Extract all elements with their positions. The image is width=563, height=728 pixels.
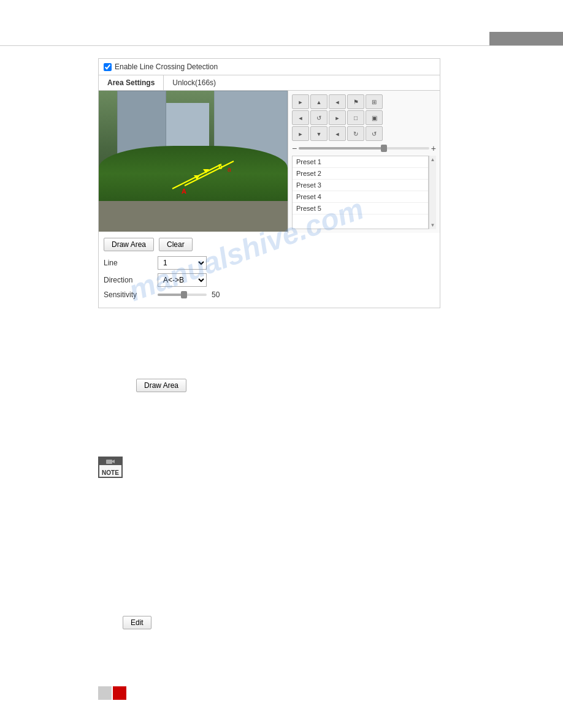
zoom-slider-row: − + (292, 143, 436, 153)
note-icon-top (99, 458, 121, 465)
sensitivity-value: 50 (212, 290, 220, 299)
direction-label: Direction (104, 276, 153, 284)
grid-icon: ⊞ (372, 99, 377, 105)
draw-area-button[interactable]: Draw Area (104, 238, 154, 251)
edit-button[interactable]: Edit (123, 616, 151, 629)
top-rule (0, 45, 563, 46)
preset-item-4[interactable]: Preset 4 (293, 191, 428, 203)
draw-area-standalone-section: Draw Area (136, 379, 186, 392)
svg-text:a: a (228, 166, 231, 173)
line-select[interactable]: 1 2 3 4 (158, 256, 207, 270)
enable-row: Enable Line Crossing Detection (99, 59, 440, 75)
note-section: NOTE (98, 457, 123, 478)
camera-svg-icon (105, 458, 115, 464)
line-label: Line (104, 259, 153, 267)
ptz-person-btn[interactable]: ⚑ (347, 94, 364, 109)
zoom-slider-thumb[interactable] (381, 145, 387, 152)
top-bar (489, 32, 563, 45)
ptz-left2-btn[interactable] (329, 126, 346, 141)
enable-label: Enable Line Crossing Detection (115, 63, 218, 71)
clear-button[interactable]: Clear (159, 238, 193, 251)
preset-item-3[interactable]: Preset 3 (293, 180, 428, 191)
zoom-in-icon: ▣ (372, 115, 377, 121)
arrow-left2-icon (335, 131, 340, 137)
svg-rect-7 (106, 460, 112, 464)
line-row: Line 1 2 3 4 (104, 256, 435, 270)
arrow-up-icon (316, 99, 322, 105)
svg-text:b: b (218, 163, 223, 170)
camera-feed: A b a (99, 91, 288, 232)
arrow-down-icon (316, 131, 322, 137)
detection-lines: A b a (99, 91, 288, 232)
ptz-zoom-in-btn[interactable]: ▣ (366, 110, 383, 125)
arrow-right3-icon (298, 131, 304, 137)
svg-line-1 (185, 161, 234, 186)
ptz-refresh-btn[interactable]: ↺ (310, 110, 327, 125)
color-box-red (113, 686, 126, 700)
color-boxes (98, 686, 126, 700)
preset-row: Preset 1 Preset 2 Preset 3 Preset 4 Pres… (292, 156, 436, 229)
enable-checkbox[interactable] (104, 63, 112, 71)
main-panel: Enable Line Crossing Detection Area Sett… (98, 58, 440, 308)
rotate-ccw-icon: ↺ (372, 131, 377, 137)
camera-background: A b a (99, 91, 288, 232)
ptz-grid-btn[interactable]: ⊞ (366, 94, 383, 109)
zoom-slider[interactable] (299, 147, 429, 150)
ptz-down-btn[interactable] (310, 126, 327, 141)
arrow-left-icon (298, 115, 304, 121)
scroll-down-arrow[interactable]: ▼ (431, 222, 435, 228)
ptz-rotate-ccw-btn[interactable]: ↺ (366, 126, 383, 141)
zoom-plus-icon[interactable]: + (431, 143, 436, 153)
svg-marker-8 (112, 460, 115, 463)
ptz-right3-btn[interactable] (292, 126, 309, 141)
sensitivity-label: Sensitivity (104, 290, 153, 299)
arrow-left-top-icon (335, 99, 340, 105)
person-icon: ⚑ (353, 99, 359, 105)
sensitivity-track (158, 294, 182, 296)
rotate-cw-icon: ↻ (353, 131, 358, 137)
ptz-right-btn[interactable] (292, 94, 309, 109)
action-btn-row: Draw Area Clear (104, 238, 435, 251)
refresh-icon: ↺ (316, 115, 321, 121)
content-area: A b a ⚑ ⊞ ↺ □ ▣ (99, 91, 440, 233)
ptz-zoom-out-btn[interactable]: □ (347, 110, 364, 125)
ptz-left-top-btn[interactable] (329, 94, 346, 109)
scroll-up-arrow[interactable]: ▲ (431, 157, 435, 162)
svg-text:A: A (182, 188, 186, 195)
ptz-grid: ⚑ ⊞ ↺ □ ▣ ↻ ↺ (292, 94, 436, 141)
note-icon: NOTE (98, 457, 123, 478)
sensitivity-slider[interactable] (158, 294, 207, 296)
tab-unlock[interactable]: Unlock(166s) (164, 75, 224, 90)
tab-area-settings[interactable]: Area Settings (99, 75, 164, 90)
sensitivity-thumb[interactable] (181, 291, 187, 298)
ptz-right2-btn[interactable] (329, 110, 346, 125)
arrow-right2-icon (335, 115, 340, 121)
preset-list: Preset 1 Preset 2 Preset 3 Preset 4 Pres… (292, 156, 429, 229)
preset-item-2[interactable]: Preset 2 (293, 168, 428, 180)
note-text: NOTE (99, 469, 121, 476)
ptz-rotate-cw-btn[interactable]: ↻ (347, 126, 364, 141)
color-box-gray (98, 686, 112, 700)
zoom-slider-track (299, 147, 383, 150)
tab-row: Area Settings Unlock(166s) (99, 75, 440, 91)
preset-scrollbar[interactable]: ▲ ▼ (429, 156, 436, 229)
direction-row: Direction A<->B A->B B->A (104, 273, 435, 287)
sensitivity-row: Sensitivity 50 (104, 290, 435, 299)
below-camera-controls: Draw Area Clear Line 1 2 3 4 Direction A… (99, 233, 440, 308)
ptz-up-btn[interactable] (310, 94, 327, 109)
edit-section: Edit (123, 616, 151, 629)
draw-area-standalone-button[interactable]: Draw Area (136, 379, 186, 392)
ptz-controls: ⚑ ⊞ ↺ □ ▣ ↻ ↺ − + (288, 91, 440, 233)
ptz-left-btn[interactable] (292, 110, 309, 125)
preset-item-5[interactable]: Preset 5 (293, 203, 428, 214)
preset-item-1[interactable]: Preset 1 (293, 156, 428, 168)
arrow-right-icon (298, 99, 304, 105)
zoom-minus-icon[interactable]: − (292, 143, 297, 153)
direction-select[interactable]: A<->B A->B B->A (158, 273, 207, 287)
zoom-out-icon: □ (354, 115, 358, 121)
